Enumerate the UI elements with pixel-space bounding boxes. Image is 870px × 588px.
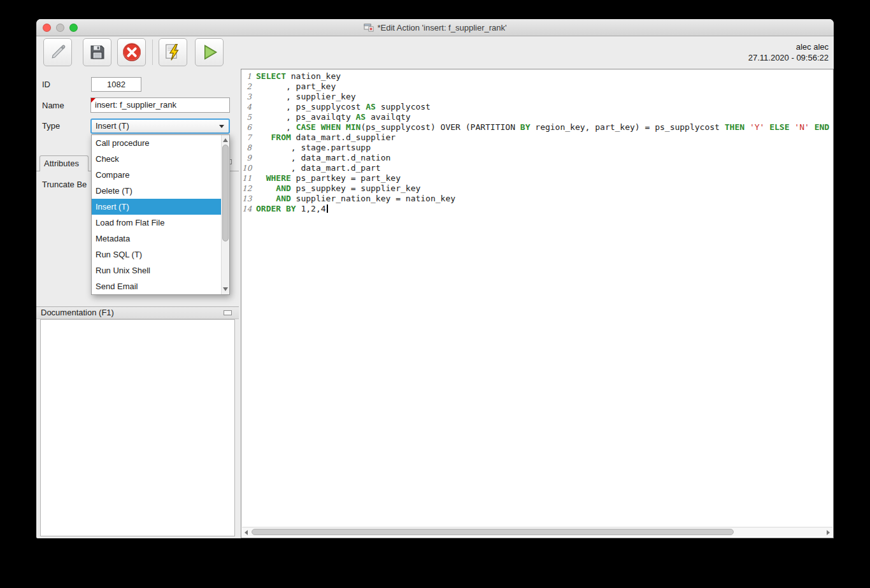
id-label: ID bbox=[42, 80, 50, 89]
run-button[interactable] bbox=[195, 38, 224, 66]
lightning-icon bbox=[164, 43, 183, 62]
execute-sql-button[interactable] bbox=[159, 38, 187, 66]
user-name: alec alec bbox=[748, 41, 829, 52]
id-field[interactable]: 1082 bbox=[91, 77, 141, 92]
save-button[interactable] bbox=[83, 38, 111, 66]
type-option[interactable]: Send Email bbox=[92, 278, 221, 294]
line-number: 10 bbox=[242, 163, 256, 173]
truncate-label: Truncate Be bbox=[42, 180, 87, 189]
zoom-button[interactable] bbox=[69, 24, 78, 32]
scroll-left-icon[interactable] bbox=[245, 530, 248, 535]
line-number: 1 bbox=[242, 71, 256, 82]
type-label: Type bbox=[42, 121, 60, 131]
line-number: 13 bbox=[242, 194, 256, 204]
line-number: 9 bbox=[242, 153, 256, 163]
type-option[interactable]: Load from Flat File bbox=[92, 215, 221, 231]
documentation-editor[interactable] bbox=[40, 319, 235, 536]
type-dropdown-list: Call procedureCheckCompareDelete (T)Inse… bbox=[92, 135, 221, 294]
documentation-label: Documentation (F1) bbox=[41, 308, 114, 317]
line-number: 3 bbox=[242, 92, 256, 102]
scroll-up-icon[interactable] bbox=[223, 138, 228, 142]
code-area[interactable]: 1SELECT nation_key2 , part_key3 , suppli… bbox=[242, 71, 832, 525]
type-option[interactable]: Metadata bbox=[92, 231, 221, 247]
type-option[interactable]: Call procedure bbox=[92, 135, 221, 151]
window-icon bbox=[364, 23, 374, 32]
scroll-down-icon[interactable] bbox=[223, 287, 228, 291]
line-number: 8 bbox=[242, 143, 256, 153]
app-window: *Edit Action 'insert: f_supplier_rank' bbox=[36, 19, 834, 538]
line-number: 6 bbox=[242, 122, 256, 133]
type-option[interactable]: Compare bbox=[92, 167, 221, 183]
save-icon bbox=[89, 43, 106, 61]
type-dropdown: Call procedureCheckCompareDelete (T)Inse… bbox=[91, 134, 230, 295]
line-number: 4 bbox=[242, 102, 256, 112]
code-line: 12 AND ps_suppkey = supplier_key bbox=[242, 183, 832, 194]
pencil-icon bbox=[49, 43, 67, 61]
line-number: 14 bbox=[242, 204, 256, 214]
line-number: 11 bbox=[242, 173, 256, 183]
name-label: Name bbox=[42, 101, 64, 110]
code-line: 7 FROM data_mart.d_supplier bbox=[242, 133, 832, 143]
type-combobox[interactable]: Insert (T) bbox=[90, 118, 230, 134]
scrollbar-thumb[interactable] bbox=[222, 145, 229, 241]
user-info: alec alec 27.11.2020 - 09:56:22 bbox=[748, 41, 829, 63]
type-option[interactable]: Delete (T) bbox=[92, 183, 221, 199]
type-option[interactable]: Insert (T) bbox=[92, 199, 221, 215]
code-line: 1SELECT nation_key bbox=[242, 71, 832, 82]
line-number: 7 bbox=[242, 133, 256, 143]
timestamp: 27.11.2020 - 09:56:22 bbox=[748, 52, 829, 63]
name-field[interactable]: insert: f_supplier_rank bbox=[90, 97, 230, 113]
title-bar[interactable]: *Edit Action 'insert: f_supplier_rank' bbox=[36, 19, 834, 36]
type-option[interactable]: Run SQL (T) bbox=[92, 247, 221, 262]
toolbar-separator bbox=[152, 39, 153, 65]
toolbar: alec alec 27.11.2020 - 09:56:22 bbox=[36, 36, 834, 68]
line-number: 5 bbox=[242, 112, 256, 122]
minimize-button[interactable] bbox=[56, 24, 64, 32]
hscrollbar-thumb[interactable] bbox=[252, 529, 734, 535]
code-line: 8 , stage.partsupp bbox=[242, 143, 832, 153]
scroll-right-icon[interactable] bbox=[827, 530, 830, 535]
text-cursor bbox=[327, 204, 328, 213]
code-line: 13 AND supplier_nation_key = nation_key bbox=[242, 194, 832, 204]
tab-attributes[interactable]: Attributes bbox=[39, 155, 89, 171]
cancel-icon bbox=[122, 42, 142, 62]
documentation-collapse-toggle[interactable] bbox=[224, 310, 232, 315]
documentation-header: Documentation (F1) bbox=[36, 306, 239, 319]
dropdown-scrollbar[interactable] bbox=[221, 135, 229, 294]
editor-hscrollbar[interactable] bbox=[242, 527, 832, 536]
code-line: 6 , CASE WHEN MIN(ps_supplycost) OVER (P… bbox=[242, 122, 832, 133]
run-icon bbox=[199, 42, 220, 62]
chevron-down-icon bbox=[219, 125, 224, 128]
code-line: 3 , supplier_key bbox=[242, 92, 832, 102]
code-line: 10 , data_mart.d_part bbox=[242, 163, 832, 173]
type-option[interactable]: Check bbox=[92, 151, 221, 167]
sql-editor[interactable]: 1SELECT nation_key2 , part_key3 , suppli… bbox=[241, 69, 834, 538]
line-number: 2 bbox=[242, 82, 256, 92]
code-line: 11 WHERE ps_partkey = part_key bbox=[242, 173, 832, 183]
modified-marker bbox=[91, 98, 96, 103]
cancel-button[interactable] bbox=[117, 38, 146, 66]
edit-button[interactable] bbox=[43, 38, 72, 66]
code-line: 4 , ps_supplycost AS supplycost bbox=[242, 102, 832, 112]
window-title: *Edit Action 'insert: f_supplier_rank' bbox=[378, 23, 507, 32]
code-line: 14ORDER BY 1,2,4 bbox=[242, 204, 832, 214]
code-line: 2 , part_key bbox=[242, 82, 832, 92]
line-number: 12 bbox=[242, 183, 256, 194]
code-line: 5 , ps_availqty AS availqty bbox=[242, 112, 832, 122]
code-line: 9 , data_mart.d_nation bbox=[242, 153, 832, 163]
window-controls bbox=[43, 24, 78, 32]
close-button[interactable] bbox=[43, 24, 51, 32]
type-option[interactable]: Run Unix Shell bbox=[92, 262, 221, 278]
